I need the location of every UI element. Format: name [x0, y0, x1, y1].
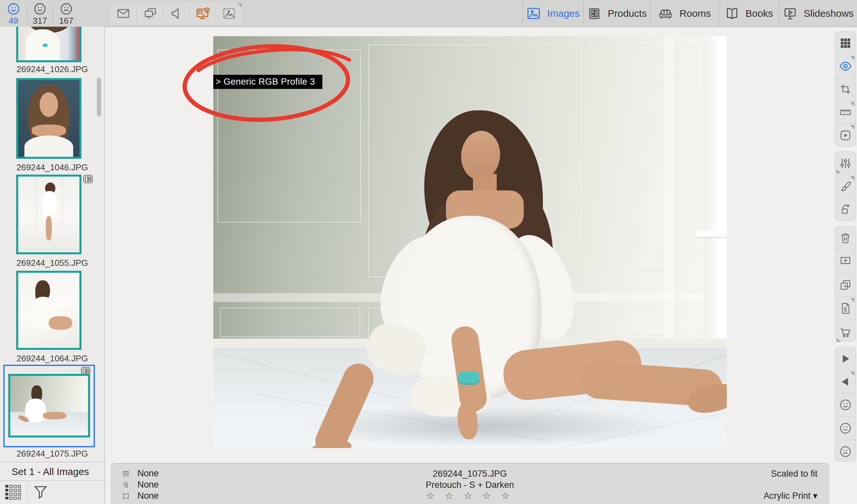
thumbnail-269244_1026[interactable]	[16, 27, 81, 62]
tab-products[interactable]: Products	[583, 0, 650, 27]
marquee-image-icon	[221, 6, 237, 21]
email-button[interactable]	[110, 2, 136, 24]
mode-tabs: Images Products Rooms	[522, 0, 857, 27]
previous-image-icon	[839, 376, 852, 388]
thumbnail-269244_1055[interactable]	[16, 175, 81, 254]
grid-view-icon	[839, 37, 852, 49]
rating-smiley-button[interactable]: 49	[1, 0, 27, 27]
previous-image-button[interactable]	[835, 370, 856, 393]
sad-face-icon	[839, 445, 852, 458]
thumbnail-grid-button[interactable]	[5, 485, 21, 500]
rating-count: 317	[33, 16, 47, 25]
next-image-icon	[839, 352, 852, 365]
thumbnail-image	[10, 376, 88, 435]
sad-face-icon	[59, 2, 73, 16]
rate-smiley-button[interactable]	[835, 393, 856, 416]
displays-button[interactable]	[137, 2, 163, 24]
remote-display-button[interactable]	[189, 2, 216, 24]
filter-funnel-icon	[32, 484, 49, 501]
thumbnail-image	[18, 80, 80, 157]
corner-menu-indicator	[850, 125, 854, 129]
brush-icon	[839, 180, 852, 193]
tab-books[interactable]: Books	[718, 0, 779, 27]
slideshows-icon	[783, 6, 798, 21]
eye-icon	[839, 59, 852, 73]
turquoise-bracelet	[458, 371, 480, 383]
rating-neutral-button[interactable]: 317	[27, 0, 53, 27]
images-icon	[526, 6, 541, 21]
tab-slideshows[interactable]: Slideshows	[779, 0, 857, 27]
add-to-product-button[interactable]	[835, 250, 856, 273]
order-report-button[interactable]	[835, 296, 856, 320]
thumbnail-grid-icon	[5, 485, 21, 500]
star-rating[interactable]: ☆ ☆ ☆ ☆ ☆	[111, 490, 829, 501]
tab-rooms[interactable]: Rooms	[650, 0, 718, 27]
slideshow-play-button[interactable]	[835, 123, 856, 146]
wainscot-panel	[220, 308, 360, 337]
thumbnail-269244_1064[interactable]	[16, 271, 81, 350]
color-profile-overlay: > Generic RGB Profile 3	[213, 75, 322, 89]
compare-view-button[interactable]	[835, 54, 856, 77]
rotate-icon	[839, 203, 852, 216]
rotate-button[interactable]	[835, 198, 856, 221]
thumbnail-269244_1046[interactable]	[16, 78, 81, 159]
product-dropdown[interactable]: Acrylic Print ▾	[763, 490, 818, 501]
proselect-window: 49 317 167	[0, 0, 857, 504]
rate-sad-button[interactable]	[835, 440, 856, 463]
wall-panel	[677, 247, 704, 337]
thumbnail-sidebar: 269244_1026.JPG 269244_1046.JPG	[0, 27, 105, 504]
adjustments-button[interactable]	[835, 152, 856, 175]
tab-label: Images	[547, 8, 579, 19]
thumbnail-269244_1075[interactable]	[8, 374, 90, 437]
filter-button[interactable]	[32, 484, 49, 501]
wall-column	[664, 36, 676, 348]
speaker-button[interactable]	[163, 2, 189, 24]
thumbnail-filename: 269244_1046.JPG	[0, 162, 104, 173]
next-image-button[interactable]	[835, 347, 856, 370]
wall-panel	[677, 46, 704, 232]
tab-label: Slideshows	[804, 8, 854, 19]
rate-neutral-button[interactable]	[835, 416, 856, 440]
delete-button[interactable]	[835, 227, 856, 250]
products-icon	[587, 6, 602, 21]
thumbnail-filename: 269244_1075.JPG	[0, 449, 104, 459]
neutral-face-icon	[33, 2, 47, 16]
rating-count: 167	[59, 16, 73, 25]
corner-menu-indicator	[850, 176, 854, 180]
cart-icon	[839, 325, 852, 338]
corner-menu-indicator	[837, 338, 841, 342]
tab-images[interactable]: Images	[522, 0, 583, 27]
thumbnail-image	[18, 27, 80, 60]
document-icon	[839, 302, 852, 315]
corner-menu-indicator	[850, 56, 854, 60]
shopping-cart-button[interactable]	[835, 320, 856, 343]
corner-menu-indicator	[837, 169, 841, 173]
corner-menu-indicator	[850, 371, 854, 376]
window	[704, 36, 727, 348]
speaker-icon	[169, 6, 184, 21]
add-frame-icon	[839, 255, 852, 268]
grid-view-button[interactable]	[835, 32, 856, 54]
thumbnail-image	[18, 273, 80, 348]
status-bar: None None None 269244_1075.JPG Pretouch …	[111, 464, 829, 504]
books-icon	[724, 6, 740, 21]
corner-menu-indicator	[850, 102, 854, 106]
right-toolbar-nav-group	[835, 347, 856, 462]
thumbnail-filename: 269244_1064.JPG	[0, 353, 104, 364]
monitor-download-icon	[195, 6, 210, 21]
crop-button[interactable]	[835, 77, 856, 101]
ruler-button[interactable]	[835, 101, 856, 123]
rooms-icon	[658, 5, 673, 21]
image-set-selector[interactable]: Set 1 - All Images	[0, 462, 104, 481]
sidebar-scrollbar[interactable]	[97, 78, 101, 117]
retouch-status: Pretouch - S + Darken	[111, 480, 829, 490]
duplicate-button[interactable]	[835, 273, 856, 296]
tab-label: Rooms	[679, 8, 711, 19]
book-template-badge-icon	[83, 175, 93, 184]
smiley-face-icon	[6, 2, 20, 16]
set-label: Set 1 - All Images	[12, 466, 89, 477]
window-sill	[695, 230, 727, 237]
rating-sad-button[interactable]: 167	[53, 0, 79, 27]
retouch-brush-button[interactable]	[835, 175, 856, 198]
right-toolbar-manage-group	[835, 226, 856, 342]
